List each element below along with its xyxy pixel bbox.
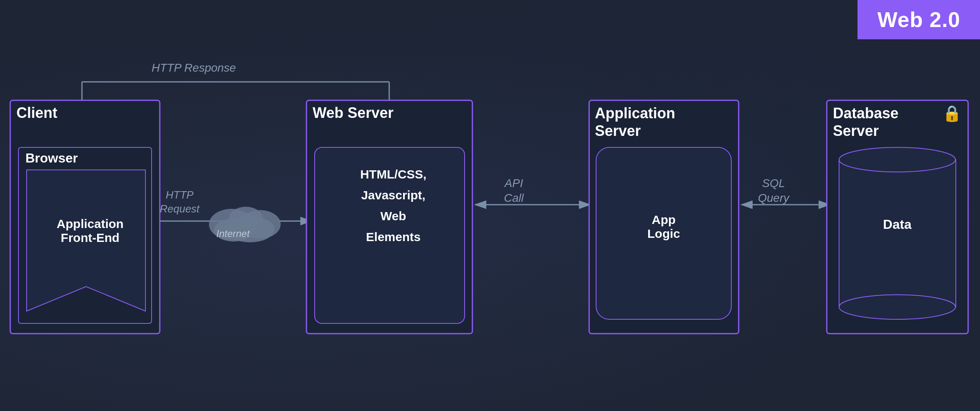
webserver-content: HTML/CSS,Javascript,WebElements — [320, 164, 467, 247]
svg-point-25 — [839, 295, 955, 319]
api-call-label: APICall — [504, 176, 524, 206]
svg-rect-23 — [839, 160, 956, 307]
browser-title: Browser — [25, 151, 78, 166]
svg-point-24 — [839, 147, 955, 172]
http-response-label: HTTP Response — [152, 61, 236, 75]
client-title: Client — [16, 104, 57, 122]
web20-badge: Web 2.0 — [858, 0, 980, 39]
db-data-label: Data — [838, 217, 957, 232]
http-request-label: HTTPRequest — [160, 188, 200, 216]
app-frontend-label: ApplicationFront-End — [27, 217, 154, 245]
dbserver-title: DatabaseServer — [833, 104, 898, 140]
webserver-title: Web Server — [313, 104, 393, 122]
lock-icon: 🔒 — [942, 104, 962, 122]
applogic-label: AppLogic — [598, 213, 729, 241]
internet-label: Internet — [216, 227, 250, 240]
sql-query-label: SQLQuery — [758, 176, 789, 206]
appserver-title: ApplicationServer — [595, 104, 675, 140]
